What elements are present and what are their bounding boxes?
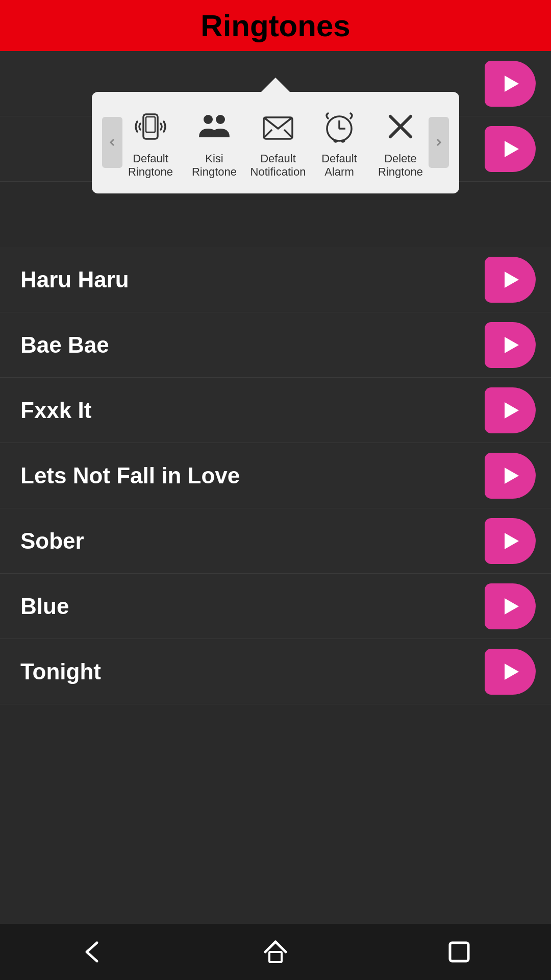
svg-rect-2	[146, 117, 155, 132]
play-button[interactable]	[485, 518, 536, 564]
bottom-navigation	[0, 924, 551, 980]
remaining-ringtone-list: Haru Haru Bae Bae Fxxk It Lets Not Fall …	[0, 247, 551, 704]
list-item: Sober	[0, 508, 551, 574]
context-menu-overlay: DefaultRingtone Kisi Rin	[0, 51, 551, 193]
ringtone-title: Haru Haru	[20, 267, 129, 292]
list-item: Haru Haru	[0, 247, 551, 312]
play-button[interactable]	[485, 649, 536, 695]
delete-ringtone-label: DeleteRingtone	[378, 152, 423, 179]
default-notification-action[interactable]: DefaultNotification	[250, 106, 306, 179]
phone-vibrate-icon	[130, 106, 171, 147]
delete-ringtone-action[interactable]: DeleteRingtone	[372, 106, 429, 179]
ringtone-title: Sober	[20, 528, 84, 554]
popup-scroll-container: DefaultRingtone Kisi Rin	[102, 106, 449, 179]
list-item: Lets Not Fall in Love	[0, 443, 551, 508]
x-mark-icon	[380, 106, 421, 147]
default-alarm-label: DefaultAlarm	[321, 152, 357, 179]
people-icon	[194, 106, 235, 147]
svg-rect-22	[269, 952, 282, 962]
ringtone-title: Fxxk It	[20, 398, 91, 423]
popup-actions: DefaultRingtone Kisi Rin	[122, 106, 429, 179]
svg-marker-19	[505, 533, 519, 549]
play-button[interactable]	[485, 322, 536, 368]
play-button[interactable]	[485, 387, 536, 433]
svg-line-7	[284, 130, 292, 138]
play-button[interactable]	[485, 257, 536, 303]
context-menu: DefaultRingtone Kisi Rin	[92, 92, 459, 193]
kisi-ringtone-label: Kisi Ringtone	[184, 152, 245, 179]
svg-marker-18	[505, 468, 519, 484]
clock-icon	[319, 106, 360, 147]
envelope-icon	[258, 106, 298, 147]
scroll-left-arrow[interactable]	[102, 117, 122, 168]
list-item: Fxxk It	[0, 378, 551, 443]
default-ringtone-label: DefaultRingtone	[128, 152, 173, 179]
ringtone-title: Tonight	[20, 659, 101, 684]
default-notification-label: DefaultNotification	[251, 152, 306, 179]
svg-point-4	[216, 115, 225, 124]
home-button[interactable]	[255, 932, 296, 972]
svg-point-3	[204, 115, 213, 124]
ringtone-title: Bae Bae	[20, 332, 109, 358]
svg-marker-15	[505, 272, 519, 288]
ringtone-title: Lets Not Fall in Love	[20, 463, 240, 488]
play-button[interactable]	[485, 453, 536, 499]
svg-marker-20	[505, 598, 519, 615]
list-item: Blue	[0, 574, 551, 639]
svg-marker-17	[505, 402, 519, 419]
recents-button[interactable]	[439, 932, 480, 972]
play-button[interactable]	[485, 583, 536, 629]
page-title: Ringtones	[201, 8, 350, 43]
list-item: Bae Bae	[0, 312, 551, 378]
list-item: Tonight	[0, 639, 551, 704]
svg-rect-23	[450, 943, 468, 961]
default-ringtone-action[interactable]: DefaultRingtone	[122, 106, 179, 179]
back-button[interactable]	[71, 932, 112, 972]
ringtone-title: Blue	[20, 594, 69, 619]
default-alarm-action[interactable]: DefaultAlarm	[311, 106, 367, 179]
kisi-ringtone-action[interactable]: Kisi Ringtone	[184, 106, 245, 179]
svg-marker-21	[505, 664, 519, 680]
svg-marker-16	[505, 337, 519, 353]
scroll-right-arrow[interactable]	[429, 117, 449, 168]
app-header: Ringtones	[0, 0, 551, 51]
svg-line-6	[264, 130, 272, 138]
